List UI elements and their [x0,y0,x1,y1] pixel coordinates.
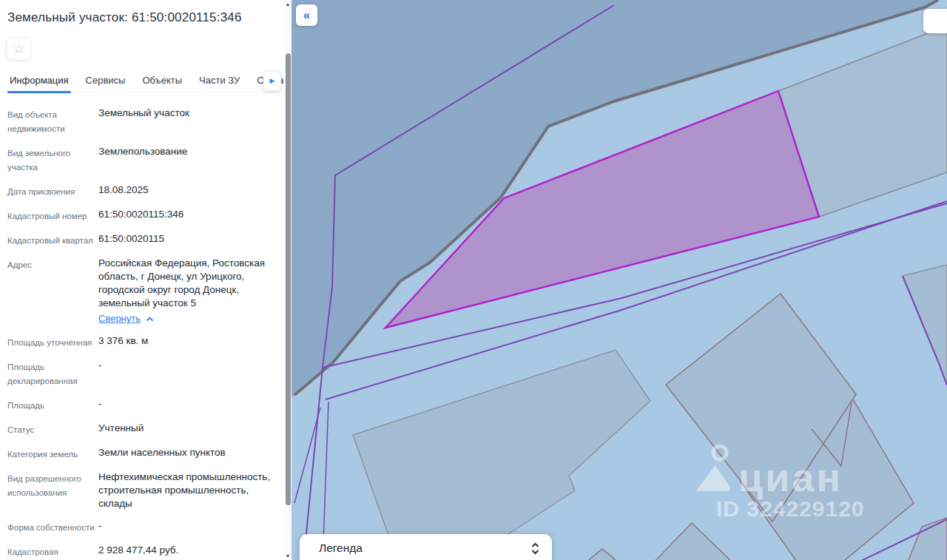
field-value-text: 3 376 кв. м [98,335,148,346]
tab-3[interactable]: Части ЗУ [199,72,240,92]
tab-label: Объекты [142,75,182,86]
field-value: 18.08.2025 [98,183,274,197]
field-value-text: Земли населенных пунктов [98,447,226,458]
field-label: Площадь [7,397,98,413]
field-label: Кадастровый квартал [7,232,98,248]
tab-bar: ИнформацияСервисыОбъектыЧасти ЗУСостаГ [0,72,284,92]
favorite-button[interactable]: ☆ [6,37,31,61]
field-label: Форма собственности [7,519,98,535]
field-row: Кадастровый квартал61:50:0020115 [7,232,274,248]
field-row: Площадь- [7,397,274,413]
map-top-right-button[interactable] [923,9,947,33]
fields-list: Вид объекта недвижимостиЗемельный участо… [0,107,284,560]
field-label: Адрес [7,257,98,272]
tab-0[interactable]: Информация [10,72,69,92]
field-row: Вид разрешенного использованияНефтехимич… [7,470,274,510]
field-value: Земли населенных пунктов [98,446,274,459]
field-value: 61:50:0020115:346 [98,208,274,221]
field-row: АдресРоссийская Федерация, Ростовская об… [7,257,274,325]
field-row: Площадь декларированная- [7,359,274,388]
field-value-text: - [98,360,102,371]
field-row: Форма собственности- [7,519,274,535]
field-value: 61:50:0020115 [98,232,274,246]
tab-2[interactable]: Объекты [142,72,182,92]
map-canvas[interactable]: циан ID 324229120 « Легенда [291,0,947,560]
field-label: Дата присвоения [7,183,98,199]
field-row: Категория земельЗемли населенных пунктов [7,446,274,462]
field-value: 2 928 477,44 руб. [98,544,274,557]
field-value-text: Российская Федерация, Ростовская область… [98,257,265,308]
collapse-address-link[interactable]: Свернуть [98,312,141,325]
field-value-text: 18.08.2025 [98,184,149,195]
field-value-text: Земельный участок [98,107,189,118]
field-row: Дата присвоения18.08.2025 [7,183,274,199]
panel-collapse-button[interactable]: « [296,4,317,26]
field-label: Вид объекта недвижимости [7,107,98,136]
field-row: Площадь уточненная3 376 кв. м [7,334,274,350]
collapse-address-row: Свернуть [98,312,274,325]
field-label: Вид разрешенного использования [7,470,98,500]
tab-label: Сервисы [86,75,126,86]
field-value-text: - [98,398,102,409]
field-value: - [98,519,274,533]
star-icon: ☆ [13,42,24,56]
field-row: СтатусУчтенный [7,422,274,437]
field-value: - [98,397,274,411]
field-value-text: 61:50:0020115:346 [98,209,183,220]
tab-label: Информация [10,75,69,86]
field-value-text: 61:50:0020115 [98,233,164,244]
field-value-text: Учтенный [98,422,144,434]
field-label: Площадь декларированная [7,359,98,388]
field-value: 3 376 кв. м [98,334,274,348]
field-label: Кадастровая стоимость [7,544,98,560]
field-label: Площадь уточненная [7,334,98,350]
field-value: Нефтехимическая промышленность, строител… [98,470,274,510]
info-panel: Земельный участок: 61:50:0020115:346 ☆ И… [0,0,291,560]
tab-1[interactable]: Сервисы [86,72,126,92]
chevrons-left-icon: « [303,8,310,22]
scroll-down-icon[interactable]: ▼ [284,553,291,559]
tab-label: Части ЗУ [199,75,240,86]
field-label: Кадастровый номер [7,208,98,223]
field-value-text: - [98,520,102,531]
field-value: Учтенный [98,422,274,435]
scrollbar-thumb[interactable] [286,53,291,505]
watermark-id: ID 324229120 [716,496,865,521]
scroll-up-icon[interactable]: ▲ [284,1,291,7]
chevron-up-icon [146,317,154,322]
field-row: Вид объекта недвижимостиЗемельный участо… [7,107,274,136]
field-value: Российская Федерация, Ростовская область… [98,257,274,325]
field-value: Земельный участок [98,107,274,120]
field-label: Вид земельного участка [7,145,98,175]
legend-title: Легенда [319,542,530,555]
map-layers: циан ID 324229120 [291,0,947,560]
page-title: Земельный участок: 61:50:0020115:346 [7,10,277,25]
field-value-text: Нефтехимическая промышленность, строител… [98,471,270,509]
field-value: - [98,359,274,372]
expand-collapse-icon[interactable] [530,542,540,556]
arrow-right-icon: ▶ [270,77,275,84]
field-row: Кадастровая стоимость2 928 477,44 руб. [7,544,274,560]
watermark-brand: циан [738,455,843,499]
field-row: Кадастровый номер61:50:0020115:346 [7,208,274,223]
field-value-text: Землепользование [98,146,187,157]
panel-content: Земельный участок: 61:50:0020115:346 ☆ И… [0,0,284,560]
tab-overflow-button[interactable]: ▶ [263,71,281,91]
field-row: Вид земельного участкаЗемлепользование [7,145,274,175]
field-value: Землепользование [98,145,274,158]
field-value-text: 2 928 477,44 руб. [98,544,178,556]
field-label: Категория земель [7,446,98,462]
legend-bar[interactable]: Легенда [300,534,552,560]
panel-scrollbar[interactable]: ▲ ▼ [284,0,291,560]
field-label: Статус [7,422,98,437]
